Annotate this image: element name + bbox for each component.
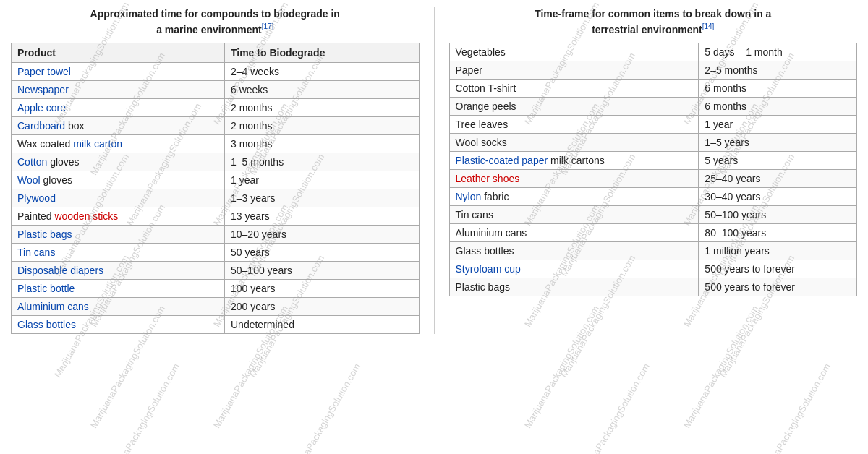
product-cell: Wax coated milk carton xyxy=(12,134,225,153)
product-link[interactable]: Plastic-coated paper xyxy=(456,155,548,166)
product-link[interactable]: Styrofoam cup xyxy=(456,263,521,275)
time-cell: 200 years xyxy=(224,297,419,315)
product-link[interactable]: Plastic bags xyxy=(17,228,72,240)
product-cell: Plastic bags xyxy=(12,225,225,243)
product-text: fabric xyxy=(481,191,509,202)
table-row: Plywood 1–3 years xyxy=(12,189,420,207)
time-cell: 50 years xyxy=(224,243,419,261)
time-cell: 25–40 years xyxy=(699,169,857,187)
right-table-section: Time-frame for common items to break dow… xyxy=(449,7,858,296)
product-link[interactable]: Apple core xyxy=(17,102,66,113)
product-cell: Tin cans xyxy=(449,205,699,223)
table-row: Vegetables 5 days – 1 month xyxy=(449,43,857,61)
table-row: Plastic bottle 100 years xyxy=(12,279,420,297)
time-cell: 3 months xyxy=(224,134,419,153)
product-cell: Painted wooden sticks xyxy=(12,207,225,225)
table-row: Orange peels 6 months xyxy=(449,97,857,115)
product-text-red: Leather shoes xyxy=(456,173,520,184)
product-link[interactable]: Glass bottles xyxy=(17,319,76,330)
time-cell: 2 months xyxy=(224,98,419,116)
product-link[interactable]: Newspaper xyxy=(17,84,69,95)
time-cell: 30–40 years xyxy=(699,187,857,205)
table-row: Wool gloves 1 year xyxy=(12,171,420,189)
table-row: Wool socks 1–5 years xyxy=(449,133,857,151)
product-cell: Glass bottles xyxy=(449,241,699,260)
product-link[interactable]: Plywood xyxy=(17,192,56,204)
product-link[interactable]: Nylon xyxy=(456,191,482,202)
product-cell: Aluminium cans xyxy=(12,297,225,315)
product-cell: Glass bottles xyxy=(12,315,225,333)
time-cell: 50–100 years xyxy=(699,205,857,223)
product-cell: Paper xyxy=(449,61,699,79)
product-cell: Styrofoam cup xyxy=(449,260,699,278)
product-text: gloves xyxy=(47,156,79,168)
product-cell: Tree leaves xyxy=(449,115,699,133)
left-table-section: Approximated time for compounds to biode… xyxy=(11,7,420,334)
time-cell: 13 years xyxy=(224,207,419,225)
table-row: Nylon fabric 30–40 years xyxy=(449,187,857,205)
product-cell: Disposable diapers xyxy=(12,261,225,279)
product-text: Plastic bags xyxy=(456,281,510,293)
right-table: Vegetables 5 days – 1 month Paper 2–5 mo… xyxy=(449,43,858,296)
product-text: Painted xyxy=(17,210,54,222)
left-ref: [17] xyxy=(262,22,274,30)
product-cell: Newspaper xyxy=(12,80,225,98)
table-row: Leather shoes 25–40 years xyxy=(449,169,857,187)
product-text: Tin cans xyxy=(456,209,493,220)
time-cell: 1 year xyxy=(224,171,419,189)
product-link[interactable]: Disposable diapers xyxy=(17,265,103,276)
product-cell: Plastic-coated paper milk cartons xyxy=(449,151,699,169)
product-cell: Orange peels xyxy=(449,97,699,115)
product-link[interactable]: Wool xyxy=(17,174,41,186)
table-row: Plastic bags 10–20 years xyxy=(12,225,420,243)
product-cell: Plastic bags xyxy=(449,278,699,296)
time-cell: 500 years to forever xyxy=(699,260,857,278)
table-row: Tin cans 50–100 years xyxy=(449,205,857,223)
product-text: Paper xyxy=(456,64,482,76)
time-cell: 1 million years xyxy=(699,241,857,260)
product-cell: Aluminium cans xyxy=(449,223,699,241)
product-link[interactable]: Cotton xyxy=(17,156,47,168)
time-cell: 6 months xyxy=(699,97,857,115)
product-link[interactable]: Plastic bottle xyxy=(17,283,75,294)
time-cell: 5 years xyxy=(699,151,857,169)
product-cell: Leather shoes xyxy=(449,169,699,187)
time-cell: 100 years xyxy=(224,279,419,297)
time-cell: 2–4 weeks xyxy=(224,62,419,80)
table-row: Styrofoam cup 500 years to forever xyxy=(449,260,857,278)
product-link[interactable]: wooden sticks xyxy=(54,210,118,222)
product-cell: Cotton gloves xyxy=(12,153,225,171)
product-cell: Apple core xyxy=(12,98,225,116)
time-cell: 1 year xyxy=(699,115,857,133)
table-row: Paper towel 2–4 weeks xyxy=(12,62,420,80)
product-link[interactable]: Aluminium cans xyxy=(17,301,89,312)
product-cell: Plastic bottle xyxy=(12,279,225,297)
product-text: Wool socks xyxy=(456,137,507,148)
right-ref: [14] xyxy=(702,22,715,30)
time-cell: 5 days – 1 month xyxy=(699,43,857,61)
product-link[interactable]: Tin cans xyxy=(17,247,55,258)
table-row: Plastic-coated paper milk cartons 5 year… xyxy=(449,151,857,169)
product-text: box xyxy=(65,120,84,132)
product-link[interactable]: milk carton xyxy=(73,138,122,150)
time-cell: 80–100 years xyxy=(699,223,857,241)
product-link[interactable]: Paper towel xyxy=(17,66,71,77)
table-row: Paper 2–5 months xyxy=(449,61,857,79)
right-table-title: Time-frame for common items to break dow… xyxy=(449,7,858,37)
product-cell: Cotton T-shirt xyxy=(449,79,699,97)
product-link[interactable]: Cardboard xyxy=(17,120,65,132)
table-row: Disposable diapers 50–100 years xyxy=(12,261,420,279)
table-row: Glass bottles Undetermined xyxy=(12,315,420,333)
left-col2-header: Time to Biodegrade xyxy=(224,43,419,62)
product-text: Vegetables xyxy=(456,46,506,58)
time-cell: 10–20 years xyxy=(224,225,419,243)
product-cell: Vegetables xyxy=(449,43,699,61)
time-cell: Undetermined xyxy=(224,315,419,333)
time-cell: 6 months xyxy=(699,79,857,97)
product-text: Glass bottles xyxy=(456,245,514,257)
table-row: Plastic bags 500 years to forever xyxy=(449,278,857,296)
table-row: Aluminium cans 80–100 years xyxy=(449,223,857,241)
table-row: Cardboard box 2 months xyxy=(12,116,420,134)
table-row: Tin cans 50 years xyxy=(12,243,420,261)
time-cell: 1–3 years xyxy=(224,189,419,207)
